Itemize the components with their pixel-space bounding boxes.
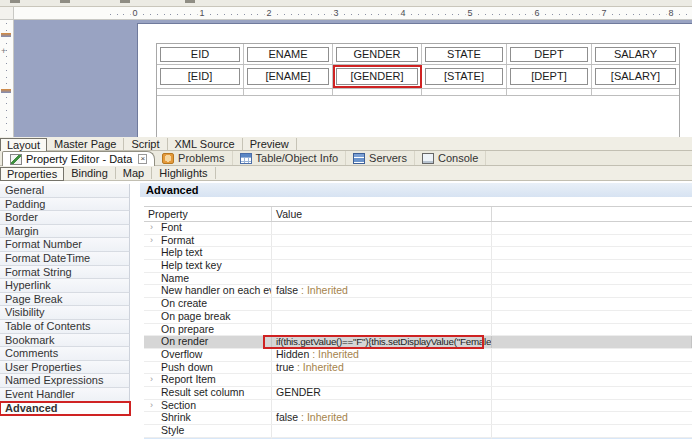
data-cell[interactable]: [SALARY] — [592, 65, 679, 88]
sidebar-item-format-number[interactable]: Format Number — [0, 238, 130, 252]
property-value-cell[interactable] — [272, 222, 492, 234]
property-row-new-handler-on-each-event[interactable]: New handler on each eventfalse : Inherit… — [144, 285, 692, 298]
property-value-cell[interactable]: false : Inherited — [272, 285, 492, 297]
tab-properties[interactable]: Properties — [0, 167, 64, 181]
property-value-cell[interactable] — [272, 247, 492, 259]
data-cell-highlighted[interactable]: [GENDER] — [333, 65, 422, 88]
sidebar-item-hyperlink[interactable]: Hyperlink — [0, 279, 130, 293]
property-value-cell[interactable] — [272, 400, 492, 412]
property-row-report-item[interactable]: Report Item — [144, 374, 692, 387]
property-row-section[interactable]: Section — [144, 400, 692, 413]
property-extra-cell — [492, 298, 692, 310]
sidebar-item-margin[interactable]: Margin — [0, 225, 130, 239]
sidebar-item-format-string[interactable]: Format String — [0, 266, 130, 280]
sidebar-item-page-break[interactable]: Page Break — [0, 293, 130, 307]
view-tab-property-editor-data[interactable]: Property Editor - Data — [2, 151, 155, 166]
report-table[interactable]: EIDENAMEGENDERSTATEDEPTSALARY [EID][ENAM… — [156, 43, 680, 137]
sidebar-item-named-expressions[interactable]: Named Expressions — [0, 374, 130, 388]
sidebar-item-comments[interactable]: Comments — [0, 347, 130, 361]
property-value-cell[interactable] — [272, 425, 492, 437]
property-row-on-prepare[interactable]: On prepare — [144, 324, 692, 337]
close-icon[interactable] — [138, 154, 147, 164]
tab-map[interactable]: Map — [116, 167, 152, 179]
property-row-font[interactable]: Font — [144, 222, 692, 235]
property-row-help-text[interactable]: Help text — [144, 247, 692, 260]
property-row-name[interactable]: Name — [144, 273, 692, 286]
property-row-overflow[interactable]: OverflowHidden : Inherited — [144, 349, 692, 362]
view-tab-table-object-info[interactable]: Table/Object Info — [233, 151, 347, 165]
inherited-separator: : — [309, 349, 318, 360]
property-value-cell[interactable] — [272, 374, 492, 386]
expand-chevron-icon[interactable] — [150, 222, 153, 233]
property-value-cell[interactable]: true : Inherited — [272, 362, 492, 374]
column-header-cell[interactable]: ENAME — [244, 44, 333, 64]
tab-binding[interactable]: Binding — [64, 167, 116, 179]
column-header-cell[interactable]: EID — [157, 44, 244, 64]
spacer-cell — [592, 89, 679, 95]
sidebar-item-bookmark[interactable]: Bookmark — [0, 334, 130, 348]
property-value-cell[interactable]: GENDER — [272, 387, 492, 399]
property-value-cell[interactable] — [272, 311, 492, 323]
sidebar-item-advanced[interactable]: Advanced — [0, 402, 130, 416]
data-cell[interactable]: [ENAME] — [244, 65, 333, 88]
margin-marker-icon[interactable] — [1, 33, 11, 37]
property-extra-cell — [492, 285, 692, 297]
property-value-cell[interactable] — [272, 273, 492, 285]
expand-chevron-icon[interactable] — [150, 235, 153, 246]
view-tab-problems[interactable]: Problems — [155, 151, 232, 165]
tab-preview[interactable]: Preview — [243, 138, 297, 150]
data-cell[interactable]: [DEPT] — [507, 65, 592, 88]
property-value-cell[interactable]: Hidden : Inherited — [272, 349, 492, 361]
view-tab-console[interactable]: Console — [415, 151, 486, 165]
sidebar-item-visibility[interactable]: Visibility — [0, 306, 130, 320]
sidebar-item-event-handler[interactable]: Event Handler — [0, 388, 130, 402]
data-binding-label: [GENDER] — [336, 68, 418, 85]
property-value-cell[interactable] — [272, 235, 492, 247]
column-header-cell[interactable]: DEPT — [507, 44, 592, 64]
move-handle-icon[interactable]: + — [1, 47, 6, 56]
sidebar-item-format-datetime[interactable]: Format DateTime — [0, 252, 130, 266]
property-value-cell[interactable] — [272, 260, 492, 272]
property-value-cell[interactable]: if(this.getValue()=="F"){this.setDisplay… — [272, 336, 492, 348]
sidebar-item-user-properties[interactable]: User Properties — [0, 361, 130, 375]
column-header-cell[interactable]: GENDER — [333, 44, 422, 64]
property-row-push-down[interactable]: Push downtrue : Inherited — [144, 362, 692, 375]
data-cell[interactable]: [STATE] — [422, 65, 507, 88]
tab-script[interactable]: Script — [124, 138, 167, 150]
sidebar-item-padding[interactable]: Padding — [0, 198, 130, 212]
column-header-cell[interactable]: STATE — [422, 44, 507, 64]
property-row-format[interactable]: Format — [144, 235, 692, 248]
property-name: On create — [161, 298, 207, 309]
tab-label: Master Page — [54, 138, 116, 150]
property-row-on-render[interactable]: On renderif(this.getValue()=="F"){this.s… — [144, 336, 692, 349]
view-tab-servers[interactable]: Servers — [346, 151, 415, 165]
property-row-on-create[interactable]: On create — [144, 298, 692, 311]
property-row-style[interactable]: Style — [144, 425, 692, 438]
property-row-shrink[interactable]: Shrinkfalse : Inherited — [144, 412, 692, 425]
data-cell[interactable]: [EID] — [157, 65, 244, 88]
tab-xml-source[interactable]: XML Source — [168, 138, 243, 150]
column-header-cell[interactable]: SALARY — [592, 44, 679, 64]
report-page[interactable]: EIDENAMEGENDERSTATEDEPTSALARY [EID][ENAM… — [137, 23, 692, 137]
toolbar-fragment — [120, 0, 130, 3]
tab-highlights[interactable]: Highlights — [152, 167, 215, 179]
property-value: false — [276, 285, 298, 296]
margin-marker-icon[interactable] — [1, 89, 11, 93]
property-name-cell: Section — [144, 400, 272, 412]
sidebar-item-general[interactable]: General — [0, 184, 130, 198]
property-value-cell[interactable] — [272, 298, 492, 310]
sidebar-item-table-of-contents[interactable]: Table of Contents — [0, 320, 130, 334]
sidebar-item-border[interactable]: Border — [0, 211, 130, 225]
property-value-cell[interactable]: false : Inherited — [272, 412, 492, 424]
tab-master-page[interactable]: Master Page — [47, 138, 124, 150]
property-row-on-page-break[interactable]: On page break — [144, 311, 692, 324]
property-extra-cell — [492, 222, 692, 234]
column-header-label: STATE — [425, 47, 503, 62]
design-canvas[interactable]: EIDENAMEGENDERSTATEDEPTSALARY [EID][ENAM… — [14, 20, 692, 137]
expand-chevron-icon[interactable] — [150, 400, 153, 411]
expand-chevron-icon[interactable] — [150, 374, 153, 385]
property-value-cell[interactable] — [272, 324, 492, 336]
property-row-result-set-column[interactable]: Result set columnGENDER — [144, 387, 692, 400]
property-row-help-text-key[interactable]: Help text key — [144, 260, 692, 273]
tab-layout[interactable]: Layout — [0, 138, 47, 152]
